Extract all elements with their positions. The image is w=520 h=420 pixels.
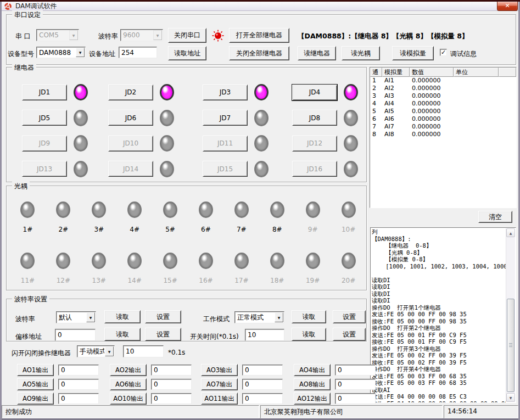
- ao-output-button[interactable]: AO6输出: [110, 378, 147, 390]
- model-select[interactable]: DAM0888 ▼: [36, 47, 86, 58]
- ao-output-button[interactable]: AO1输出: [17, 364, 54, 376]
- baud-setting-select[interactable]: 默认 ▼: [56, 311, 96, 323]
- ao-output: AO10输出 0: [110, 393, 201, 405]
- ao-output-button[interactable]: AO2输出: [110, 364, 147, 376]
- baud-set-button[interactable]: 设置: [145, 310, 181, 323]
- relay-button[interactable]: JD14: [108, 161, 153, 177]
- table-header-cell[interactable]: [499, 68, 516, 77]
- chevron-down-icon[interactable]: ▼: [275, 312, 283, 322]
- value-cell: 0.000000: [410, 100, 454, 108]
- table-row[interactable]: 4 AI4 0.000000: [370, 100, 516, 108]
- flash-mode-select[interactable]: 手动模式 ▼: [77, 345, 115, 357]
- opto-channel: 10#: [331, 201, 366, 239]
- relay-cell: JD14: [108, 156, 203, 182]
- relay-button[interactable]: JD11: [203, 136, 248, 152]
- ao-output-button[interactable]: AO9输出: [17, 393, 54, 405]
- table-header-cell[interactable]: 通: [370, 68, 382, 77]
- ao-value-input[interactable]: 0: [335, 379, 376, 390]
- relay-button[interactable]: JD8: [292, 110, 337, 126]
- switch-time-set-button[interactable]: 设置: [333, 328, 366, 341]
- ao-value-input[interactable]: 0: [58, 393, 99, 404]
- ao-value-input[interactable]: 0: [242, 393, 283, 404]
- switch-time-read-button[interactable]: 读取: [292, 328, 326, 341]
- ao-output-button[interactable]: AO11输出: [201, 393, 238, 405]
- ao-output-button[interactable]: AO7输出: [201, 378, 238, 390]
- work-mode-select[interactable]: 正常模式 ▼: [234, 311, 284, 323]
- debug-info-checkbox[interactable]: ✓: [440, 49, 447, 56]
- read-address-button[interactable]: 读取地址: [168, 46, 206, 60]
- ao-value-input[interactable]: 0: [151, 365, 192, 376]
- scrollbar-thumb[interactable]: [507, 299, 515, 392]
- work-mode-set-button[interactable]: 设置: [333, 310, 366, 323]
- ao-value-input[interactable]: 0: [151, 379, 192, 390]
- opto-led-indicator: [163, 201, 177, 218]
- unit-cell: [454, 108, 499, 115]
- read-opto-button[interactable]: 读光耦: [342, 46, 380, 60]
- relay-button[interactable]: JD2: [108, 85, 153, 100]
- relay-button[interactable]: JD9: [22, 136, 67, 152]
- relay-button[interactable]: JD16: [292, 161, 337, 177]
- device-address-input[interactable]: 254: [119, 47, 157, 58]
- relay-button[interactable]: JD3: [203, 85, 248, 100]
- flash-time-input[interactable]: 10: [123, 345, 164, 357]
- table-row[interactable]: 6 AI6 0.000000: [370, 115, 516, 123]
- ao-value-input[interactable]: 0: [335, 393, 376, 404]
- relay-button[interactable]: JD15: [203, 161, 248, 177]
- chevron-down-icon[interactable]: ▼: [76, 48, 85, 57]
- clear-log-button[interactable]: 清空: [478, 211, 512, 223]
- ao-output-button[interactable]: AO12输出: [294, 393, 331, 405]
- offset-address-input[interactable]: 0: [55, 329, 96, 341]
- relay-button[interactable]: JD5: [22, 110, 67, 126]
- ao-output-button[interactable]: AO8输出: [294, 378, 331, 390]
- close-button[interactable]: ✕: [497, 2, 518, 11]
- opto-grid: 1# 2# 3# 4# 5# 6#: [7, 186, 366, 290]
- offset-set-button[interactable]: 设置: [145, 328, 181, 341]
- log-output[interactable]: 列【DAM0888】: 【继电器 0-8】 【光耦 0-8】 【模拟量 0-8】…: [370, 227, 516, 403]
- read-analog-button[interactable]: 读模拟量: [392, 46, 434, 60]
- ao-output-button[interactable]: AO4输出: [294, 364, 331, 376]
- table-row[interactable]: 2 AI2 0.000000: [370, 85, 516, 92]
- relay-button[interactable]: JD13: [22, 161, 67, 177]
- relay-button[interactable]: JD12: [292, 136, 337, 152]
- ao-output-button[interactable]: AO10输出: [110, 393, 147, 405]
- ao-value-input[interactable]: 0: [151, 393, 192, 404]
- table-row[interactable]: 1 AI1 0.000000: [370, 77, 516, 85]
- scroll-down-icon[interactable]: ▼: [506, 393, 515, 402]
- baud-read-button[interactable]: 读取: [104, 310, 141, 323]
- scroll-up-icon[interactable]: ▲: [506, 228, 515, 237]
- table-header-cell[interactable]: 单位: [454, 68, 499, 77]
- chevron-down-icon[interactable]: ▼: [86, 312, 95, 322]
- opto-led-indicator: [20, 253, 35, 269]
- ao-value-input[interactable]: 0: [58, 379, 99, 390]
- log-line: 接收:FE 05 00 03 FF 00 68 35: [372, 379, 506, 387]
- table-header-cell[interactable]: 模拟量: [382, 68, 410, 77]
- chevron-down-icon[interactable]: ▼: [105, 346, 114, 356]
- table-row[interactable]: 3 AI3 0.000000: [370, 92, 516, 100]
- ao-value-input[interactable]: 0: [58, 365, 99, 376]
- offset-address-label: 偏移地址: [15, 332, 42, 341]
- ao-value-input[interactable]: 0: [242, 365, 283, 376]
- relay-button[interactable]: JD1: [22, 85, 67, 100]
- switch-time-input[interactable]: 10: [245, 329, 284, 341]
- relay-button[interactable]: JD10: [108, 136, 153, 152]
- table-row[interactable]: 7 AI7 0.000000: [370, 123, 516, 131]
- table-header-cell[interactable]: 数值: [410, 68, 454, 77]
- relay-button[interactable]: JD7: [203, 110, 248, 126]
- ao-value-input[interactable]: 0: [335, 365, 376, 376]
- relay-button[interactable]: JD4: [292, 85, 337, 100]
- ao-output-button[interactable]: AO5输出: [17, 378, 54, 390]
- log-scrollbar[interactable]: ▲ ▼: [506, 228, 515, 402]
- ao-output-button[interactable]: AO3输出: [201, 364, 238, 376]
- offset-read-button[interactable]: 读取: [104, 328, 141, 341]
- work-mode-read-button[interactable]: 读取: [292, 310, 326, 323]
- close-serial-button[interactable]: 关闭串口: [168, 28, 206, 43]
- ao-value-input[interactable]: 0: [242, 379, 283, 390]
- close-all-relays-button[interactable]: 关闭全部继电器: [229, 46, 289, 60]
- channel-cell: 1: [370, 77, 382, 85]
- table-row[interactable]: 8 AI8 0.000000: [370, 131, 516, 138]
- table-row[interactable]: 5 AI5 0.000000: [370, 108, 516, 115]
- opto-led-indicator: [342, 201, 356, 218]
- relay-button[interactable]: JD6: [108, 110, 153, 126]
- read-relays-button[interactable]: 读继电器: [298, 46, 336, 60]
- open-all-relays-button[interactable]: 打开全部继电器: [229, 28, 289, 43]
